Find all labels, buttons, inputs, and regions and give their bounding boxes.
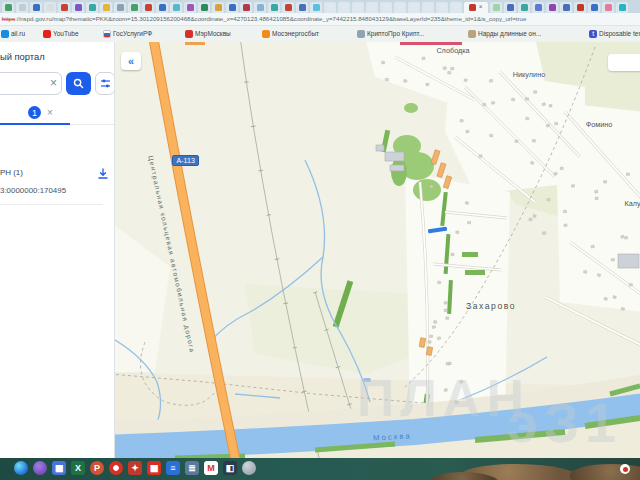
excel-icon[interactable]: X [71,461,85,475]
red-ring-app-icon[interactable] [109,461,123,475]
m-red-app-icon[interactable]: M [204,461,218,475]
clear-search-icon[interactable]: × [50,76,57,90]
browser-tab[interactable] [268,2,280,13]
bookmark-item[interactable]: tDisposable tempora... [589,28,640,40]
bookmark-item[interactable]: КриптоПро Крипт... [357,28,459,40]
browser-tab[interactable] [380,2,392,13]
browser-tab[interactable] [352,2,364,13]
gray-sphere-app-icon[interactable] [242,461,256,475]
browser-tab[interactable] [142,2,154,13]
cadastral-number-link[interactable]: 3:0000000:170495 [0,186,66,195]
gray-spreadsheet-icon[interactable]: ≣ [185,461,199,475]
browser-tab-strip[interactable]: × [0,0,640,13]
download-icon[interactable] [97,168,109,180]
taskbar[interactable]: ▦XP✦▦≡≣M◧ [0,458,640,480]
bookmark-item[interactable]: YouTube [43,28,94,40]
house-footprint [563,210,566,213]
blue-tiles-app-icon[interactable]: ▦ [52,461,66,475]
map-layers-control[interactable] [608,54,640,71]
house-footprint [532,139,535,142]
browser-tab[interactable] [546,2,558,13]
search-button[interactable] [66,72,91,95]
browser-tab[interactable] [72,2,84,13]
photos-app-icon[interactable]: ◧ [223,461,237,475]
map-pin-tray-icon[interactable] [620,464,630,474]
house-footprint [594,190,597,193]
browser-tab[interactable] [574,2,586,13]
tab-close-icon[interactable]: × [479,4,483,10]
house-footprint [621,307,624,310]
browser-tab[interactable] [240,2,252,13]
bookmark-favicon [43,30,51,38]
browser-tab[interactable] [560,2,572,13]
red-star-app-icon[interactable]: ✦ [128,461,142,475]
browser-tab[interactable] [184,2,196,13]
browser-tab[interactable] [100,2,112,13]
browser-tab[interactable] [366,2,378,13]
browser-tab[interactable] [588,2,600,13]
bookmark-item[interactable]: Мосэнергосбыт [262,28,348,40]
bookmarks-bar[interactable]: ail.ruYouTubeГосУслугиРФМэрМосквыМосэнер… [0,26,640,42]
tab-favicon [619,4,626,11]
browser-tab[interactable] [532,2,544,13]
browser-tab[interactable] [616,2,628,13]
bookmark-item[interactable]: ail.ru [1,28,34,40]
bookmark-label: Нарды длинные он... [478,30,541,37]
result-group-label: РН (1) [0,168,23,177]
search-sidebar: ый портал × 1 × РН (1) [0,42,115,458]
bookmark-item[interactable]: МэрМосквы [185,28,253,40]
results-tab[interactable]: 1 × [0,103,115,125]
browser-tab[interactable] [170,2,182,13]
red-grid-app-icon[interactable]: ▦ [147,461,161,475]
browser-tab[interactable] [450,2,462,13]
house-footprint [534,91,537,93]
browser-tab[interactable] [490,2,502,13]
place-label-захарово: Захарово [466,301,516,310]
browser-tab[interactable] [436,2,448,13]
purple-app-icon[interactable] [33,461,47,475]
filter-button[interactable] [95,72,115,95]
browser-tab[interactable] [338,2,350,13]
browser-tab[interactable] [198,2,210,13]
powerpoint-icon[interactable]: P [90,461,104,475]
url-text: https://nspd.gov.ru/map?thematic=PKK&zoo… [0,15,526,22]
browser-tab[interactable] [282,2,294,13]
browser-tab[interactable] [504,2,516,13]
bookmark-item[interactable]: Нарды длинные он... [468,28,580,40]
house-footprint [591,245,594,248]
browser-tab[interactable] [114,2,126,13]
browser-tab[interactable] [254,2,266,13]
sidebar-collapse-button[interactable]: « [121,52,141,70]
browser-tab[interactable] [602,2,614,13]
tab-favicon [47,4,54,11]
browser-tab[interactable] [2,2,14,13]
browser-tab[interactable] [310,2,322,13]
browser-tab[interactable] [296,2,308,13]
edge-icon[interactable] [14,461,28,475]
browser-tab[interactable] [58,2,70,13]
browser-tab[interactable] [422,2,434,13]
browser-tab[interactable] [212,2,224,13]
map-canvas[interactable]: « А-113 Центральная кольцевая автомобиль… [115,42,640,458]
close-tab-icon[interactable]: × [47,107,53,118]
address-bar[interactable]: https://nspd.gov.ru/map?thematic=PKK&zoo… [0,13,640,26]
taskbar-apps[interactable]: ▦XP✦▦≡≣M◧ [14,461,256,475]
browser-tab[interactable] [394,2,406,13]
bookmark-item[interactable]: ГосУслугиРФ [103,28,176,40]
browser-tab[interactable] [156,2,168,13]
bookmark-favicon [103,30,111,38]
browser-tab[interactable] [324,2,336,13]
browser-tab-active[interactable]: × [464,2,488,13]
browser-tab[interactable] [16,2,28,13]
browser-tab[interactable] [44,2,56,13]
browser-tab[interactable] [408,2,420,13]
browser-tab[interactable] [226,2,238,13]
browser-tab[interactable] [518,2,530,13]
blue-document-icon[interactable]: ≡ [166,461,180,475]
browser-tab[interactable] [86,2,98,13]
browser-tab[interactable] [30,2,42,13]
house-footprint [429,335,432,338]
house-footprint [554,172,557,175]
browser-tab[interactable] [128,2,140,13]
tab-favicon [285,4,292,11]
